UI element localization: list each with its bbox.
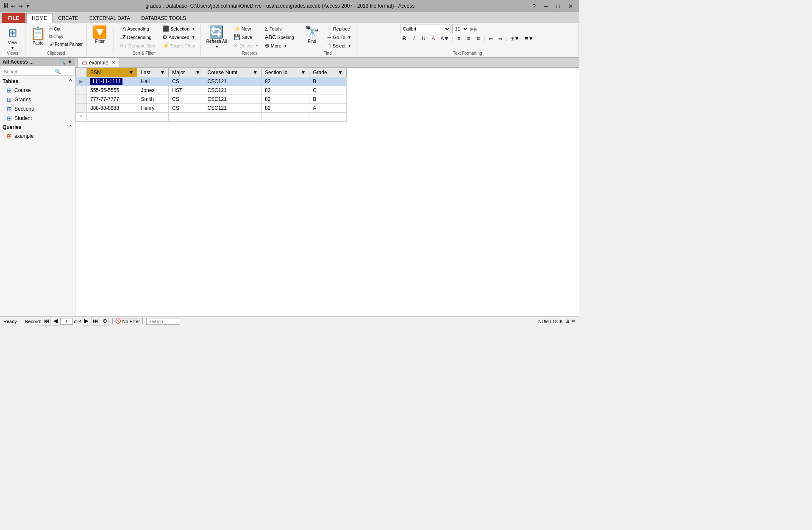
font-family-select[interactable]: Calibri	[400, 25, 451, 33]
cell-ssn[interactable]: 555-55-5555	[87, 86, 137, 95]
cell-grade[interactable]: B	[309, 77, 347, 86]
spelling-button[interactable]: ABC Spelling	[263, 33, 296, 41]
format-painter-button[interactable]: 🖌 Format Painter	[48, 41, 84, 47]
align-center-button[interactable]: ≡	[464, 34, 473, 43]
selection-button[interactable]: ⬛ Selection ▼	[160, 25, 198, 33]
replace-button[interactable]: ↔ Replace	[324, 25, 354, 33]
tab-database-tools[interactable]: DATABASE TOOLS	[136, 13, 192, 23]
cell-ssn[interactable]: 111-11-1111	[87, 77, 137, 86]
tab-home[interactable]: HOME	[26, 13, 53, 23]
maximize-button[interactable]: □	[554, 2, 562, 10]
cell-last[interactable]: Jones	[137, 86, 169, 95]
record-next-button[interactable]: ▶	[83, 317, 90, 325]
descending-button[interactable]: ↓Z Descending	[117, 33, 158, 41]
italic-button[interactable]: I	[410, 34, 418, 43]
copy-button[interactable]: ⧉ Copy	[48, 33, 84, 40]
nav-item-student[interactable]: ⊞ Student	[0, 114, 75, 123]
cell-major[interactable]: CS	[169, 95, 204, 104]
course-num-header-dropdown[interactable]: ▼	[253, 70, 258, 75]
remove-sort-button[interactable]: ✕↕ Remove Sort	[117, 42, 158, 50]
toggle-filter-button[interactable]: ⚡ Toggle Filter	[160, 42, 198, 50]
cell-section-id[interactable]: 82	[261, 95, 309, 104]
cell-major-new[interactable]	[169, 113, 204, 122]
cell-course-num[interactable]: CSC121	[204, 95, 261, 104]
record-new-button[interactable]: ⊕	[101, 317, 109, 325]
record-first-button[interactable]: ⏮	[42, 317, 51, 325]
no-filter-button[interactable]: 🚫 No Filter	[112, 318, 143, 324]
cell-section-id-new[interactable]	[261, 113, 309, 122]
queries-collapse-icon[interactable]: ⌃	[68, 124, 72, 130]
tab-external-data[interactable]: EXTERNAL DATA	[84, 13, 136, 23]
cell-course-num-new[interactable]	[204, 113, 261, 122]
cell-section-id[interactable]: 82	[261, 104, 309, 113]
ascending-button[interactable]: ↑A Ascending	[117, 25, 158, 33]
align-left-button[interactable]: ≡	[455, 34, 463, 43]
table-row[interactable]: ▶ 111-11-1111 Hall CS CSC121 82 B	[76, 77, 347, 86]
alt-row-button[interactable]: ≣▼	[523, 34, 535, 43]
nav-chevron-icon[interactable]: ▼	[67, 59, 72, 65]
section-id-header-dropdown[interactable]: ▼	[300, 70, 306, 75]
gridlines-button[interactable]: ⊞▼	[509, 34, 521, 43]
bold-button[interactable]: B	[400, 34, 409, 43]
last-header-dropdown[interactable]: ▼	[160, 70, 165, 75]
underline-button[interactable]: U	[420, 34, 428, 43]
cell-course-num[interactable]: CSC121	[204, 86, 261, 95]
filter-button[interactable]: 🔽 Filter	[89, 25, 110, 45]
cut-button[interactable]: ✂ Cut	[48, 25, 84, 33]
cell-last-new[interactable]	[137, 113, 169, 122]
table-row[interactable]: 555-55-5555 Jones HST CSC121 82 C	[76, 86, 347, 95]
advanced-button[interactable]: ⚙ Advanced ▼	[160, 33, 198, 41]
view-datasheet-icon[interactable]: ⊞	[565, 318, 569, 324]
minimize-button[interactable]: ─	[542, 2, 551, 10]
grade-header-dropdown[interactable]: ▼	[338, 70, 343, 75]
cell-section-id[interactable]: 82	[261, 86, 309, 95]
col-header-course-num[interactable]: Course Numt ▼	[204, 68, 261, 77]
delete-button[interactable]: ✕ Delete ▼	[231, 42, 261, 50]
cell-grade[interactable]: C	[309, 86, 347, 95]
more-button[interactable]: ⊕ More ▼	[263, 42, 296, 50]
new-record-button[interactable]: ✨ New	[231, 25, 261, 33]
cell-ssn-new[interactable]	[87, 113, 137, 122]
find-button[interactable]: 🔭 Find	[302, 25, 323, 45]
status-search-input[interactable]	[146, 318, 180, 325]
queries-section-header[interactable]: Queries ⌃	[0, 123, 75, 131]
cell-last[interactable]: Hall	[137, 77, 169, 86]
cell-major[interactable]: CS	[169, 104, 204, 113]
goto-button[interactable]: → Go To ▼	[324, 33, 354, 41]
cell-last[interactable]: Smith	[137, 95, 169, 104]
align-right-button[interactable]: ≡	[474, 34, 483, 43]
col-header-last[interactable]: Last ▼	[137, 68, 169, 77]
record-current-input[interactable]	[60, 318, 73, 325]
tables-collapse-icon[interactable]: ⌃	[68, 78, 72, 84]
cell-major[interactable]: CS	[169, 77, 204, 86]
paste-button[interactable]: 📋 Paste	[28, 25, 48, 47]
nav-item-grades[interactable]: ⊞ Grades	[0, 95, 75, 104]
record-prev-button[interactable]: ◀	[52, 317, 59, 325]
ssn-header-dropdown[interactable]: ▼	[129, 70, 134, 75]
quick-access-more[interactable]: ▼	[25, 3, 30, 8]
cell-grade[interactable]: B	[309, 95, 347, 104]
view-design-icon[interactable]: ✏	[572, 318, 576, 324]
highlight-button[interactable]: A▼	[439, 34, 451, 43]
cell-grade[interactable]: A	[309, 104, 347, 113]
view-button[interactable]: ⊞ View ▼	[3, 25, 22, 52]
font-color-button[interactable]: A	[429, 34, 438, 43]
cell-section-id[interactable]: 82	[261, 77, 309, 86]
nav-item-example-query[interactable]: ⊞ example	[0, 131, 75, 141]
nav-search-icon[interactable]: 🔍	[59, 59, 66, 65]
col-header-ssn[interactable]: SSN ▼	[87, 68, 137, 77]
table-row[interactable]: 777-77-7777 Smith CS CSC121 82 B	[76, 95, 347, 104]
indent-increase-button[interactable]: ⇒	[496, 34, 505, 43]
major-header-dropdown[interactable]: ▼	[195, 70, 200, 75]
nav-search-input[interactable]	[4, 69, 55, 74]
table-new-row[interactable]: *	[76, 113, 347, 122]
select-button[interactable]: ⬚ Select ▼	[324, 42, 354, 50]
cell-course-num[interactable]: CSC121	[204, 77, 261, 86]
cell-grade-new[interactable]	[309, 113, 347, 122]
tab-file[interactable]: FILE	[2, 13, 25, 23]
help-button[interactable]: ?	[530, 2, 538, 10]
record-last-button[interactable]: ⏭	[91, 317, 100, 325]
refresh-all-button[interactable]: 🔄 Refresh All ▼	[203, 25, 230, 50]
col-header-grade[interactable]: Grade ▼	[309, 68, 347, 77]
cell-ssn[interactable]: 888-88-8888	[87, 104, 137, 113]
